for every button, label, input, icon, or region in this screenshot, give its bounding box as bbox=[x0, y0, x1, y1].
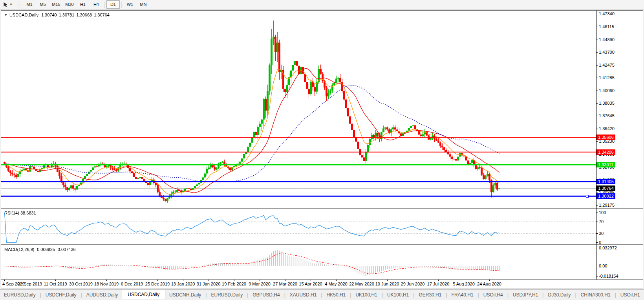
price-axis-tick bbox=[596, 129, 598, 129]
price-axis-tick bbox=[596, 78, 598, 78]
chart-menu-caret-icon[interactable]: ▼ bbox=[4, 13, 7, 17]
price-axis-label: 1.43700 bbox=[599, 50, 615, 55]
date-axis-tick bbox=[157, 280, 158, 281]
date-axis-label: 17 Jul 2020 bbox=[427, 282, 450, 286]
date-axis-label: 31 Jan 2020 bbox=[197, 282, 221, 286]
date-axis-tick bbox=[260, 280, 260, 281]
macd-axis-tick bbox=[596, 266, 598, 266]
tab-xauusd-h1-7[interactable]: XAUUSD,H1 bbox=[286, 291, 321, 299]
rsi-axis-tick bbox=[596, 242, 598, 243]
toolbar-separator bbox=[121, 2, 122, 8]
tab-usdchf-daily-1[interactable]: USDCHF,Daily bbox=[42, 291, 80, 299]
date-axis-label: 10 Jun 2020 bbox=[375, 282, 399, 286]
rsi-label: RSI(14) 38.6831 bbox=[4, 211, 36, 215]
price-axis-line bbox=[596, 11, 596, 280]
price-axis-tick bbox=[596, 27, 598, 27]
cursor-crosshair-icon bbox=[3, 2, 9, 7]
tab-uk100-h1-9[interactable]: UK100,H1 bbox=[351, 291, 381, 299]
date-axis-tick bbox=[387, 280, 388, 281]
timeframe-button-h4[interactable]: H4 bbox=[90, 0, 103, 9]
price-axis-label: 1.41285 bbox=[599, 75, 615, 80]
tab-usdjpy-h1-14[interactable]: USDJPY,H1 bbox=[509, 291, 542, 299]
date-axis-tick bbox=[183, 280, 183, 281]
date-axis-label: 25 Dec 2019 bbox=[145, 282, 170, 286]
tab-hk50-h1-8[interactable]: HK50,H1 bbox=[323, 291, 350, 299]
timeframe-button-m30[interactable]: M30 bbox=[63, 0, 76, 9]
rsi-axis-label: 30 bbox=[599, 231, 604, 236]
date-axis-tick bbox=[464, 280, 464, 281]
macd-axis-tick bbox=[596, 276, 598, 276]
timeframe-button-m1[interactable]: M1 bbox=[23, 0, 36, 9]
macd-panel-canvas[interactable] bbox=[1, 245, 596, 279]
date-axis-tick bbox=[489, 280, 490, 281]
date-axis-tick bbox=[106, 280, 107, 281]
price-axis-label: 1.36420 bbox=[599, 126, 615, 131]
date-axis-label: 23 Sep 2019 bbox=[18, 282, 42, 286]
date-axis-tick bbox=[4, 280, 5, 281]
date-axis-label: 11 Oct 2019 bbox=[44, 282, 67, 286]
date-axis-tick bbox=[362, 280, 362, 281]
tab-eurusd-daily-0[interactable]: EURUSD,Daily bbox=[0, 291, 40, 299]
price-axis-tick bbox=[596, 141, 598, 142]
date-axis-tick bbox=[413, 280, 413, 281]
date-axis-tick bbox=[285, 280, 285, 281]
macd-label: MACD(12,26,9) -0.006825 -0.007436 bbox=[4, 247, 76, 252]
toolbar-grip[interactable] bbox=[18, 2, 20, 8]
price-axis-tick bbox=[596, 91, 598, 91]
date-axis-label: 19 Feb 2020 bbox=[222, 282, 246, 286]
tab-audusd-daily-2[interactable]: AUDUSD,Daily bbox=[82, 291, 122, 299]
date-axis-tick bbox=[30, 280, 30, 281]
timeframe-button-m15[interactable]: M15 bbox=[49, 0, 63, 9]
tab-uk100-h1-10[interactable]: UK100,H1 bbox=[383, 291, 413, 299]
cursor-tool-button[interactable]: ▼ bbox=[1, 1, 14, 8]
toolbar: ▼ M1M5M15M30H1H4D1W1MN bbox=[0, 0, 644, 9]
timeframe-button-h1[interactable]: H1 bbox=[76, 0, 90, 9]
hline-price-label: 1.35606 bbox=[596, 135, 615, 140]
macd-axis-label: 0.00 bbox=[599, 264, 607, 268]
price-axis-tick bbox=[596, 205, 598, 205]
tab-gbpusd-h4-6[interactable]: GBPUSD,H4 bbox=[249, 291, 284, 299]
rsi-axis-label: 0 bbox=[599, 240, 601, 245]
panel-divider bbox=[1, 279, 643, 280]
price-axis-label: 1.47340 bbox=[599, 11, 615, 16]
tab-usoil-h4-13[interactable]: USOil,H4 bbox=[479, 291, 507, 299]
timeframe-button-m5[interactable]: M5 bbox=[36, 0, 49, 9]
price-axis-tick bbox=[596, 14, 598, 14]
timeframe-button-mn[interactable]: MN bbox=[137, 0, 150, 9]
tab-eurusd-daily-5[interactable]: EURUSD,Daily bbox=[207, 291, 247, 299]
date-axis-tick bbox=[311, 280, 311, 281]
date-axis-label: 13 Jan 2020 bbox=[171, 282, 195, 286]
rsi-panel-canvas[interactable] bbox=[1, 209, 596, 244]
chart-window: ▼USDCAD,Daily1.307401.307811.306681.3076… bbox=[1, 10, 643, 289]
chevron-down-icon[interactable]: ▼ bbox=[9, 3, 13, 6]
tab-china300-h1-16[interactable]: CHINA300,H1 bbox=[577, 291, 615, 299]
timeframe-group: M1M5M15M30H1H4D1W1MN bbox=[23, 0, 150, 9]
timeframe-button-d1[interactable]: D1 bbox=[106, 0, 120, 9]
rsi-axis-label: 70 bbox=[599, 219, 604, 224]
tab-ger30-h1-11[interactable]: GER30,H1 bbox=[415, 291, 445, 299]
current-price-label: 1.30764 bbox=[596, 185, 615, 191]
tab-usdcnh-daily-4[interactable]: USDCNH,Daily bbox=[165, 291, 205, 299]
date-axis-label: 27 Mar 2020 bbox=[273, 282, 297, 286]
toolbar-separator bbox=[104, 2, 105, 8]
macd-axis-label: 0.032972 bbox=[599, 245, 617, 250]
rsi-name: RSI(14) bbox=[4, 211, 19, 215]
macd-value-main: -0.006825 bbox=[35, 247, 55, 252]
tab-dj30-daily-15[interactable]: DJ30,Daily bbox=[544, 291, 574, 299]
hline-price-label: 1.31405 bbox=[596, 179, 615, 184]
tab-fra40-h1-12[interactable]: FRA40,H1 bbox=[448, 291, 478, 299]
chart-symbol-period: USDCAD,Daily bbox=[9, 13, 38, 17]
macd-axis-tick bbox=[596, 248, 598, 248]
date-axis-tick bbox=[81, 280, 81, 281]
macd-axis-label: -0.018154 bbox=[599, 274, 618, 278]
price-panel-canvas[interactable] bbox=[1, 11, 596, 208]
rsi-axis-tick bbox=[596, 233, 598, 234]
tab-usoil-h1-17[interactable]: USOil,H1 bbox=[617, 291, 644, 299]
tab-usdcad-daily-3[interactable]: USDCAD,Daily bbox=[122, 290, 165, 299]
ohlc-open: 1.30740 bbox=[41, 13, 57, 17]
timeframe-button-w1[interactable]: W1 bbox=[123, 0, 137, 9]
rsi-axis-label: 100 bbox=[599, 210, 606, 215]
date-axis-label: 29 Jun 2020 bbox=[401, 282, 425, 286]
macd-name: MACD(12,26,9) bbox=[4, 247, 34, 252]
price-axis-label: 1.42475 bbox=[599, 63, 615, 67]
